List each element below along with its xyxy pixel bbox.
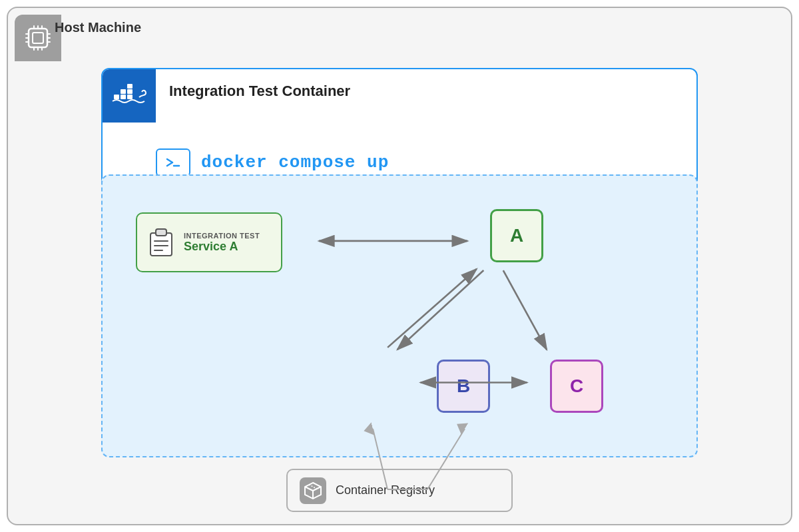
svg-rect-14 bbox=[114, 95, 119, 99]
svg-line-36 bbox=[309, 485, 317, 489]
compose-area: INTEGRATION TEST Service A A B C bbox=[101, 174, 698, 457]
node-c: C bbox=[550, 360, 603, 413]
service-a-text: INTEGRATION TEST Service A bbox=[184, 232, 260, 254]
svg-line-29 bbox=[398, 270, 483, 350]
svg-rect-21 bbox=[150, 233, 172, 256]
svg-line-30 bbox=[503, 270, 547, 350]
container-registry-box: Container Registry bbox=[286, 469, 513, 512]
docker-command-text: docker compose up bbox=[201, 152, 389, 172]
host-machine-container: Host Machine Integration Test Container bbox=[7, 7, 792, 525]
integration-container-title: Integration Test Container bbox=[169, 83, 350, 100]
integration-test-label: INTEGRATION TEST bbox=[184, 232, 260, 240]
service-a-box: INTEGRATION TEST Service A bbox=[136, 212, 282, 272]
svg-rect-18 bbox=[127, 89, 133, 94]
registry-label: Container Registry bbox=[336, 483, 435, 497]
svg-rect-0 bbox=[29, 29, 47, 47]
node-a: A bbox=[490, 209, 543, 262]
clipboard-icon bbox=[146, 228, 176, 257]
integration-test-container: Integration Test Container docker compos… bbox=[101, 68, 698, 191]
svg-rect-15 bbox=[121, 95, 126, 99]
svg-rect-16 bbox=[127, 95, 133, 99]
svg-rect-22 bbox=[156, 229, 166, 236]
svg-rect-1 bbox=[33, 33, 43, 43]
host-machine-label: Host Machine bbox=[55, 20, 141, 35]
service-a-name: Service A bbox=[184, 240, 260, 254]
svg-rect-17 bbox=[121, 89, 126, 94]
docker-icon bbox=[103, 69, 156, 123]
docker-command-area: docker compose up bbox=[156, 148, 683, 176]
svg-line-31 bbox=[388, 269, 477, 348]
registry-icon bbox=[300, 477, 326, 504]
svg-line-33 bbox=[305, 487, 313, 491]
terminal-icon bbox=[156, 148, 190, 176]
node-b: B bbox=[437, 360, 490, 413]
svg-rect-19 bbox=[127, 84, 133, 89]
